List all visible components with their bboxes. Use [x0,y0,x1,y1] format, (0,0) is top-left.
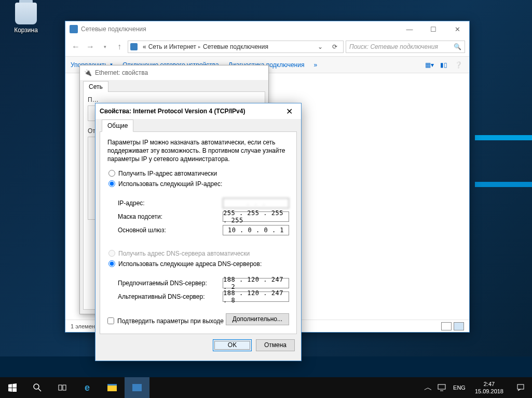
clock-date: 15.09.2018 [475,388,503,395]
taskbar-ie[interactable]: e [75,377,100,398]
taskbar: e ︿ ENG 2:47 15.09.2018 [0,377,532,398]
close-button[interactable]: ✕ [445,21,469,37]
svg-rect-2 [59,385,62,390]
subnet-mask-input[interactable]: 255 . 255 . 255 . 255 [223,211,289,222]
subnet-mask-label: Маска подсети: [118,213,223,220]
ipv4-title-text: Свойства: Internet Protocol Version 4 (T… [100,108,245,115]
radio-input [108,250,115,257]
svg-point-0 [34,384,39,389]
cancel-button[interactable]: Отмена [256,339,295,351]
task-view-icon [58,383,66,392]
back-button[interactable]: ← [70,41,82,53]
decorative-bar [475,135,532,140]
monitor-icon [438,383,446,392]
validate-checkbox[interactable] [107,317,114,324]
search-button[interactable] [25,377,50,398]
svg-rect-6 [517,384,524,389]
language-indicator[interactable]: ENG [449,384,470,391]
chevron-up-icon: ︿ [424,382,432,393]
taskbar-explorer[interactable] [100,377,125,398]
gateway-input[interactable]: 10 . 0 . 0 . 1 [223,225,289,235]
dns2-label: Альтернативный DNS-сервер: [118,293,223,300]
view-options-button[interactable]: ▦▾ [424,60,435,70]
tray-network[interactable] [434,377,449,398]
advanced-button[interactable]: Дополнительно... [226,313,289,325]
ipv4-panel: Параметры IP можно назначать автоматичес… [100,131,297,334]
tab-general[interactable]: Общие [102,120,133,132]
folder-icon [107,384,117,391]
radio-ip-auto[interactable]: Получить IP-адрес автоматически [108,170,289,177]
tab-network[interactable]: Сеть [83,81,108,92]
recycle-bin-label: Корзина [14,26,38,34]
gateway-label: Основной шлюз: [118,227,223,234]
explorer-titlebar[interactable]: Сетевые подключения — ☐ ✕ [65,21,469,37]
breadcrumb[interactable]: Сетевые подключения [203,43,268,50]
action-center-button[interactable] [509,377,532,398]
search-icon[interactable]: 🔍 [454,43,461,50]
taskbar-network-connections[interactable] [125,377,149,398]
forward-button[interactable]: → [84,41,97,53]
search-icon [33,383,42,392]
ipv4-properties-dialog: Свойства: Internet Protocol Version 4 (T… [95,103,302,361]
ethernet-title: Ethernet: свойства [95,69,148,76]
refresh-button[interactable]: ⟳ [329,43,341,50]
breadcrumb[interactable]: Сеть и Интернет [148,43,196,50]
search-box[interactable]: 🔍 [346,41,465,53]
network-icon [70,25,78,33]
search-input[interactable] [349,43,454,50]
chevron-right-icon: ▸ [198,44,201,49]
radio-input[interactable] [108,260,115,267]
decorative-bar [475,182,532,187]
recycle-bin-icon [15,3,37,24]
details-view-icon[interactable] [441,322,452,330]
dropdown-icon[interactable]: ⌄ [314,43,326,50]
svg-rect-4 [438,384,445,389]
radio-input[interactable] [108,180,115,187]
maximize-button[interactable]: ☐ [421,21,445,37]
ip-address-label: IP-адрес: [118,200,223,207]
tray-expand[interactable]: ︿ [422,377,434,398]
icons-view-icon[interactable] [454,322,464,330]
preview-pane-button[interactable]: ▮▯ [438,60,449,70]
dns2-input[interactable]: 188 . 120 . 247 . 8 [223,291,289,302]
task-view-button[interactable] [50,377,75,398]
network-icon [132,384,142,391]
windows-icon [8,383,17,392]
explorer-title: Сетевые подключения [81,25,146,33]
close-button[interactable]: ✕ [281,107,297,116]
radio-dns-manual[interactable]: Использовать следующие адреса DNS-сервер… [108,260,289,268]
more-button[interactable]: » [313,61,317,69]
dns1-input[interactable]: 188 . 120 . 247 . 2 [223,278,289,288]
explorer-address-bar: ← → ▾ ↑ « Сеть и Интернет ▸ Сетевые подк… [65,37,469,57]
clock[interactable]: 2:47 15.09.2018 [470,380,509,395]
network-icon [130,43,138,50]
notification-icon [516,383,525,392]
dns1-label: Предпочитаемый DNS-сервер: [118,280,223,287]
svg-rect-3 [63,385,66,390]
minimize-button[interactable]: — [398,21,421,37]
ip-address-input[interactable]: . . . [223,198,289,208]
desktop-icon-recycle-bin[interactable]: Корзина [8,3,44,34]
ethernet-titlebar[interactable]: 🔌 Ethernet: свойства [80,65,268,80]
up-button[interactable]: ↑ [113,41,126,53]
clock-time: 2:47 [475,380,503,388]
svg-line-1 [38,389,41,391]
recent-button[interactable]: ▾ [99,41,111,53]
address-box[interactable]: « Сеть и Интернет ▸ Сетевые подключения … [128,41,344,53]
ipv4-description: Параметры IP можно назначать автоматичес… [107,138,289,164]
ie-icon: e [85,382,90,393]
ok-button[interactable]: OK [213,339,252,351]
start-button[interactable] [0,377,25,398]
status-item-count: 1 элемент [71,323,98,329]
radio-ip-manual[interactable]: Использовать следующий IP-адрес: [108,180,289,188]
ethernet-icon: 🔌 [84,69,92,76]
radio-dns-auto: Получить адрес DNS-сервера автоматически [108,250,289,257]
help-button[interactable]: ❔ [453,60,464,70]
ipv4-titlebar[interactable]: Свойства: Internet Protocol Version 4 (T… [96,103,301,119]
radio-input[interactable] [108,170,115,177]
